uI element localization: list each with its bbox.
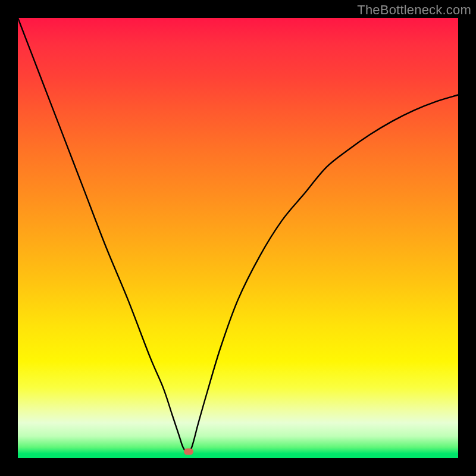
- optimum-marker: [184, 448, 193, 455]
- watermark-text: TheBottleneck.com: [357, 2, 471, 18]
- bottleneck-curve: [18, 18, 458, 452]
- chart-frame: TheBottleneck.com: [0, 0, 476, 476]
- curve-svg: [18, 18, 458, 458]
- plot-area: [18, 18, 458, 458]
